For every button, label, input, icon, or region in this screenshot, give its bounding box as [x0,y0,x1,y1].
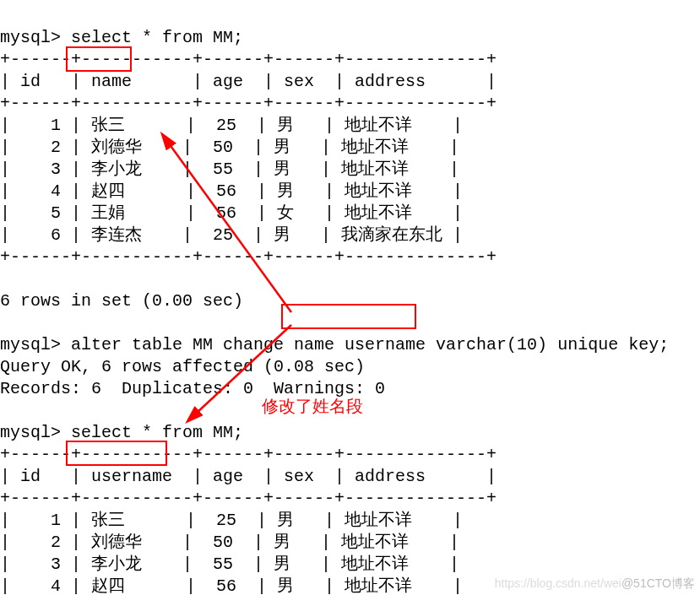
table1-header: | id | name | age | sex | address | [0,72,497,91]
table1-row-4: | 4 | 赵四 | 56 | 男 | 地址不详 | [0,181,463,201]
blank-3 [0,401,10,420]
blank-1 [0,269,10,289]
table1-row-6: | 6 | 李连杰 | 25 | 男 | 我滴家在东北 | [0,225,463,245]
sql-command-3: select * from MM; [71,423,243,442]
table1-row-2: | 2 | 刘德华 | 50 | 男 | 地址不详 | [0,138,459,157]
watermark: https://blog.csdn.net/wei@51CTO博客 [495,576,695,592]
annotation-text: 修改了姓名段 [262,395,363,418]
table1-border-top: +------+-----------+------+------+------… [0,50,497,69]
watermark-text: @51CTO博客 [621,576,695,590]
table2-header: | id | username | age | sex | address | [0,467,497,486]
table2-row-1: | 1 | 张三 | 25 | 男 | 地址不详 | [0,511,463,530]
mysql-terminal: mysql> select * from MM; +------+-------… [0,0,700,595]
watermark-url: https://blog.csdn.net/wei [495,576,621,590]
table2-row-2: | 2 | 刘德华 | 50 | 男 | 地址不详 | [0,533,459,552]
mysql-prompt: mysql> [0,335,61,354]
table2-row-3: | 3 | 李小龙 | 55 | 男 | 地址不详 | [0,554,459,574]
mysql-prompt: mysql> [0,28,61,47]
mysql-prompt: mysql> [0,423,61,442]
table2-row-4: | 4 | 赵四 | 56 | 男 | 地址不详 | [0,576,463,595]
rows-in-set-msg: 6 rows in set (0.00 sec) [0,291,243,311]
table1-row-1: | 1 | 张三 | 25 | 男 | 地址不详 | [0,116,463,135]
table2-border-top: +------+-----------+------+------+------… [0,445,497,464]
table1-row-3: | 3 | 李小龙 | 55 | 男 | 地址不详 | [0,160,459,179]
table1-border-bot: +------+-----------+------+------+------… [0,247,497,267]
cmd-line-1[interactable]: mysql> select * from MM; [0,28,243,47]
cmd-line-3[interactable]: mysql> select * from MM; [0,423,243,442]
cmd2-result-1: Query OK, 6 rows affected (0.08 sec) [0,357,365,376]
sql-command-1: select * from MM; [71,28,243,47]
table1-border-mid: +------+-----------+------+------+------… [0,94,497,113]
sql-command-2: alter table MM change name username varc… [71,335,669,354]
table1-row-5: | 5 | 王娟 | 56 | 女 | 地址不详 | [0,203,463,223]
cmd-line-2[interactable]: mysql> alter table MM change name userna… [0,335,669,354]
table2-border-mid: +------+-----------+------+------+------… [0,489,497,508]
blank-2 [0,313,10,333]
